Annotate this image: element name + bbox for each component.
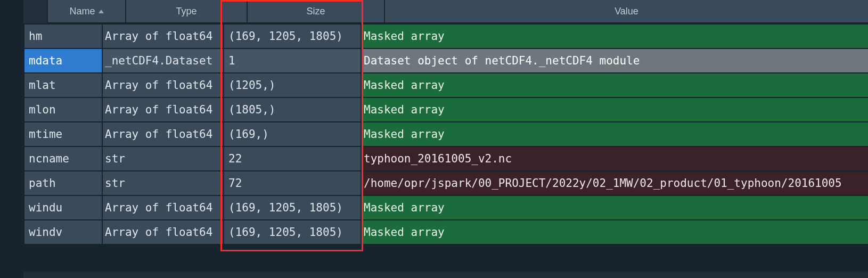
cell-name[interactable]: windv	[23, 219, 103, 244]
cell-type[interactable]: str	[103, 170, 224, 195]
table-header: Name Type Size Value	[0, 0, 868, 23]
table-row[interactable]: mlatArray of float64(1205,)Masked array	[0, 72, 868, 97]
cell-name[interactable]: ncname	[23, 146, 103, 170]
horizontal-scrollbar[interactable]	[23, 272, 868, 278]
cell-value[interactable]: Masked array	[362, 72, 868, 97]
row-gutter	[0, 48, 23, 72]
header-size-label: Size	[306, 6, 325, 17]
header-size[interactable]: Size	[248, 0, 385, 23]
sort-asc-icon	[99, 10, 104, 13]
cell-size[interactable]: (169,)	[224, 121, 362, 146]
table-row[interactable]: mlonArray of float64(1805,)Masked array	[0, 97, 868, 121]
cell-type[interactable]: _netCDF4.Dataset	[103, 48, 224, 72]
cell-name[interactable]: mlat	[23, 72, 103, 97]
cell-value[interactable]: Masked array	[362, 195, 868, 219]
cell-type[interactable]: Array of float64	[103, 195, 224, 219]
table-row[interactable]: windvArray of float64(169, 1205, 1805)Ma…	[0, 219, 868, 244]
header-gutter	[0, 0, 23, 23]
cell-type[interactable]: str	[103, 146, 224, 170]
row-gutter	[0, 23, 23, 48]
table-row[interactable]: mdata_netCDF4.Dataset1Dataset object of …	[0, 48, 868, 72]
cell-name[interactable]: windu	[23, 195, 103, 219]
cell-type[interactable]: Array of float64	[103, 23, 224, 48]
header-value[interactable]: Value	[385, 0, 868, 23]
row-gutter	[0, 195, 23, 219]
cell-value[interactable]: Masked array	[362, 23, 868, 48]
row-gutter	[0, 146, 23, 170]
row-gutter	[0, 72, 23, 97]
header-type-label: Type	[176, 6, 196, 17]
cell-type[interactable]: Array of float64	[103, 219, 224, 244]
cell-size[interactable]: (169, 1205, 1805)	[224, 23, 362, 48]
row-gutter	[0, 219, 23, 244]
table-body: hmArray of float64(169, 1205, 1805)Maske…	[0, 23, 868, 244]
row-gutter	[0, 97, 23, 121]
header-name[interactable]: Name	[47, 0, 126, 23]
cell-size[interactable]: 22	[224, 146, 362, 170]
table-row[interactable]: hmArray of float64(169, 1205, 1805)Maske…	[0, 23, 868, 48]
cell-type[interactable]: Array of float64	[103, 121, 224, 146]
cell-name[interactable]: mlon	[23, 97, 103, 121]
header-type[interactable]: Type	[126, 0, 248, 23]
cell-value[interactable]: Masked array	[362, 219, 868, 244]
header-value-label: Value	[615, 6, 638, 17]
table-row[interactable]: mtimeArray of float64(169,)Masked array	[0, 121, 868, 146]
cell-value[interactable]: Dataset object of netCDF4._netCDF4 modul…	[362, 48, 868, 72]
cell-type[interactable]: Array of float64	[103, 97, 224, 121]
cell-name[interactable]: hm	[23, 23, 103, 48]
table-row[interactable]: pathstr72/home/opr/jspark/00_PROJECT/202…	[0, 170, 868, 195]
cell-size[interactable]: 72	[224, 170, 362, 195]
cell-name[interactable]: mtime	[23, 121, 103, 146]
table-row[interactable]: winduArray of float64(169, 1205, 1805)Ma…	[0, 195, 868, 219]
cell-size[interactable]: (169, 1205, 1805)	[224, 219, 362, 244]
cell-type[interactable]: Array of float64	[103, 72, 224, 97]
variable-explorer: Name Type Size Value hmArray of float64(…	[0, 0, 868, 278]
cell-name[interactable]: mdata	[23, 48, 103, 72]
cell-value[interactable]: typhoon_20161005_v2.nc	[362, 146, 868, 170]
cell-size[interactable]: (1805,)	[224, 97, 362, 121]
cell-size[interactable]: 1	[224, 48, 362, 72]
row-gutter	[0, 121, 23, 146]
cell-value[interactable]: Masked array	[362, 121, 868, 146]
cell-value[interactable]: Masked array	[362, 97, 868, 121]
cell-size[interactable]: (169, 1205, 1805)	[224, 195, 362, 219]
table-row[interactable]: ncnamestr22typhoon_20161005_v2.nc	[0, 146, 868, 170]
cell-name[interactable]: path	[23, 170, 103, 195]
cell-value[interactable]: /home/opr/jspark/00_PROJECT/2022y/02_1MW…	[362, 170, 868, 195]
cell-size[interactable]: (1205,)	[224, 72, 362, 97]
header-name-label: Name	[69, 6, 95, 17]
row-gutter	[0, 170, 23, 195]
